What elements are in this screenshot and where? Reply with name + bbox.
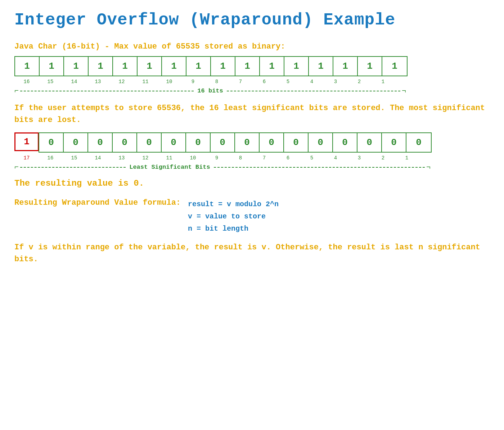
second-pos-11: 5 <box>300 154 324 161</box>
second-pos-13: 3 <box>347 154 372 161</box>
second-bit-2: 0 <box>88 133 113 152</box>
second-bits-section: 1 0000000000000000 171615141312111098765… <box>14 132 490 161</box>
first-bit-13: 1 <box>333 57 358 76</box>
first-pos-12: 4 <box>300 77 324 85</box>
brace-right-icon: ¬ <box>402 87 406 95</box>
second-bit-10: 0 <box>284 133 309 152</box>
result-text: The resulting value is 0. <box>14 178 490 188</box>
second-pos-14: 2 <box>371 154 395 161</box>
page-title: Integer Overflow (Wraparound) Example <box>14 11 490 30</box>
formula-lines: result = v modulo 2^nv = value to storen… <box>188 198 279 235</box>
second-bits-full-row: 1 0000000000000000 <box>14 132 490 153</box>
first-pos-15: 1 <box>371 77 395 85</box>
second-pos-3: 13 <box>109 154 134 161</box>
second-bit-15: 0 <box>406 133 431 152</box>
second-bit-9: 0 <box>260 133 284 152</box>
second-bit-12: 0 <box>333 133 357 152</box>
overflow-bit-cell: 1 <box>14 132 39 151</box>
second-bit-8: 0 <box>235 133 260 152</box>
second-bit-13: 0 <box>357 133 382 152</box>
lsb-brace-right: ¬ <box>426 163 431 171</box>
second-pos-12: 4 <box>323 154 348 161</box>
first-pos-4: 12 <box>109 77 134 85</box>
first-bit-5: 1 <box>138 57 162 76</box>
second-pos-1: 15 <box>62 154 86 161</box>
first-bit-3: 1 <box>89 57 113 76</box>
first-pos-13: 3 <box>323 77 348 85</box>
second-bit-1: 0 <box>64 133 88 152</box>
second-pos-5: 11 <box>157 154 181 161</box>
second-pos-8: 8 <box>228 154 253 161</box>
first-bit-7: 1 <box>186 57 211 76</box>
lsb-bracket: ⌐ Least Significant Bits ¬ <box>14 163 431 171</box>
footer-text: If v is within range of the variable, th… <box>14 241 490 265</box>
formula-label: Resulting Wraparound Value formula: <box>14 198 181 207</box>
first-pos-9: 7 <box>228 77 253 85</box>
section1-label: Java Char (16-bit) - Max value of 65535 … <box>14 42 490 51</box>
formula-line-1: v = value to store <box>188 211 279 223</box>
first-bit-8: 1 <box>211 57 235 76</box>
first-pos-8: 8 <box>204 77 229 85</box>
second-bit-4: 0 <box>137 133 162 152</box>
first-pos-14: 2 <box>347 77 372 85</box>
first-bracket: ⌐ 16 bits ¬ <box>14 87 406 95</box>
lsb-bracket-text: Least Significant Bits <box>126 164 213 171</box>
first-bit-0: 1 <box>15 57 40 76</box>
second-bit-3: 0 <box>113 133 137 152</box>
second-pos-0: 16 <box>38 154 63 161</box>
first-pos-0: 16 <box>14 77 39 85</box>
second-pos-10: 6 <box>276 154 300 161</box>
formula-line-0: result = v modulo 2^n <box>188 198 279 211</box>
brace-left-icon: ⌐ <box>14 87 19 95</box>
first-bit-2: 1 <box>64 57 89 76</box>
second-pos-15: 1 <box>395 154 419 161</box>
first-bit-4: 1 <box>113 57 138 76</box>
second-pos-4: 12 <box>133 154 158 161</box>
second-pos-9: 7 <box>252 154 276 161</box>
second-bit-5: 0 <box>162 133 186 152</box>
first-pos-6: 10 <box>157 77 181 85</box>
formula-section: Resulting Wraparound Value formula: resu… <box>14 198 490 235</box>
lsb-brace-left: ⌐ <box>14 163 19 171</box>
first-bit-10: 1 <box>260 57 284 76</box>
second-bit-6: 0 <box>186 133 211 152</box>
first-pos-10: 6 <box>252 77 276 85</box>
first-bit-12: 1 <box>309 57 333 76</box>
second-bit-7: 0 <box>211 133 235 152</box>
second-pos-7: 9 <box>204 154 229 161</box>
second-bit-11: 0 <box>309 133 333 152</box>
description1-text: If the user attempts to store 65536, the… <box>14 102 490 126</box>
first-bit-6: 1 <box>162 57 186 76</box>
first-pos-1: 15 <box>38 77 63 85</box>
second-bits-row: 0000000000000000 <box>39 132 432 153</box>
second-pos-6: 10 <box>181 154 205 161</box>
first-bits-row: 1111111111111111 <box>14 56 408 76</box>
first-bit-14: 1 <box>358 57 382 76</box>
first-pos-3: 13 <box>86 77 110 85</box>
first-bit-9: 1 <box>235 57 260 76</box>
first-pos-7: 9 <box>181 77 205 85</box>
second-bit-14: 0 <box>382 133 406 152</box>
first-bit-11: 1 <box>284 57 309 76</box>
formula-line-2: n = bit length <box>188 223 279 235</box>
second-bit-0: 0 <box>39 133 64 152</box>
second-positions-row: 1716151413121110987654321 <box>14 154 490 161</box>
first-bits-section: 1111111111111111 16151413121110987654321 <box>14 56 490 85</box>
first-bit-1: 1 <box>40 57 64 76</box>
first-pos-2: 14 <box>62 77 86 85</box>
first-bracket-text: 16 bits <box>194 87 226 94</box>
first-pos-5: 11 <box>133 77 158 85</box>
first-positions-row: 16151413121110987654321 <box>14 77 490 85</box>
first-bit-15: 1 <box>382 57 407 76</box>
first-pos-11: 5 <box>276 77 300 85</box>
overflow-pos: 17 <box>14 154 39 161</box>
second-pos-2: 14 <box>86 154 110 161</box>
